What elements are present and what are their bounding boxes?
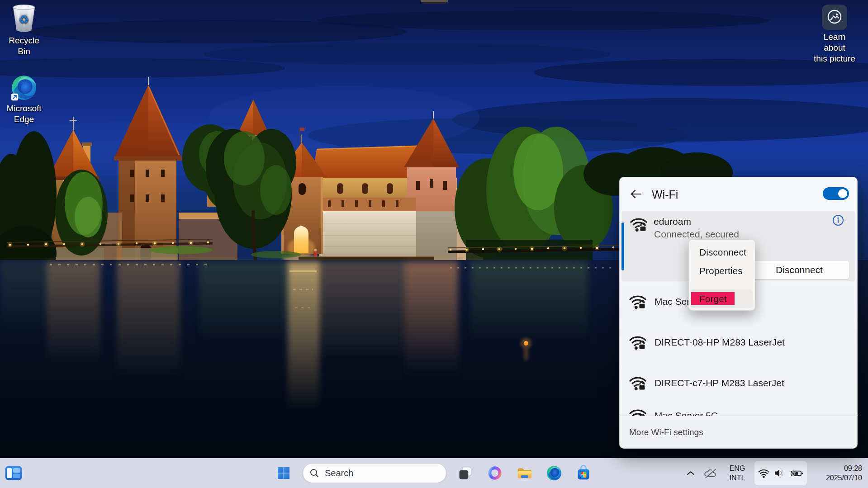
recycle-bin-icon: ♻: [11, 4, 37, 33]
more-wifi-settings-link[interactable]: More Wi-Fi settings: [629, 427, 703, 437]
wifi-network-row[interactable]: DIRECT-08-HP M283 LaserJet: [620, 322, 858, 363]
menu-item-properties[interactable]: Properties: [691, 261, 753, 280]
network-status: Connected, secured: [654, 229, 739, 240]
svg-text:♻: ♻: [19, 13, 29, 26]
top-center-window-sliver: [421, 0, 448, 4]
wifi-secured-icon: [628, 334, 647, 351]
panel-footer: More Wi-Fi settings: [620, 416, 858, 449]
menu-item-label: Forget: [691, 294, 727, 304]
wifi-secured-icon: [629, 216, 648, 232]
search-icon: [309, 468, 319, 478]
menu-item-label: Disconnect: [691, 247, 746, 257]
desktop-icon-label: Microsoft: [2, 103, 46, 114]
wifi-toggle[interactable]: [823, 187, 849, 200]
shortcut-arrow-icon: [11, 93, 19, 101]
microsoft-store-button[interactable]: [574, 464, 593, 482]
wifi-secured-icon: [628, 407, 647, 416]
wifi-network-name: DIRECT-c7-HP M283 LaserJet: [655, 377, 784, 389]
widgets-icon: [5, 465, 23, 481]
copilot-icon: [487, 465, 503, 481]
wifi-network-name: Mac Server 5G: [655, 409, 718, 416]
desktop-icon-label: this picture: [813, 53, 856, 64]
tray-overflow-button[interactable]: [684, 466, 697, 480]
windows-logo-icon: [277, 466, 290, 480]
panel-title: Wi-Fi: [652, 188, 678, 201]
desktop-icon-label: Recycle Bin: [2, 35, 46, 57]
disconnect-button[interactable]: Disconnect: [749, 261, 849, 280]
desktop-icon-recycle-bin[interactable]: ♻ Recycle Bin: [2, 4, 46, 57]
taskbar-search-box[interactable]: [303, 463, 446, 483]
network-name: eduroam: [654, 216, 691, 227]
task-view-icon: [457, 465, 474, 481]
onedrive-offline-icon: [703, 468, 718, 479]
edge-logo-icon: [546, 465, 562, 481]
wifi-tray-icon: [758, 468, 770, 479]
menu-item-label: Properties: [691, 265, 743, 276]
battery-charging-icon: [790, 469, 804, 478]
chevron-up-icon: [686, 470, 695, 476]
info-icon: [832, 214, 844, 227]
date-label: 2025/07/10: [808, 473, 862, 483]
edge-browser-button[interactable]: [544, 464, 564, 482]
menu-item-forget[interactable]: Forget: [691, 289, 753, 308]
file-explorer-button[interactable]: [515, 464, 535, 482]
taskbar: ENG INTL 09:28 2025/07/10: [0, 458, 868, 488]
selection-accent-bar: [621, 223, 624, 270]
volume-icon: [774, 468, 786, 478]
clock[interactable]: 09:28 2025/07/10: [808, 464, 862, 483]
wifi-network-row[interactable]: Mac Server 5G: [620, 396, 858, 416]
picture-info-icon: [822, 5, 847, 30]
back-arrow-icon: [630, 189, 642, 199]
wifi-flyout-panel: Wi-Fi eduroam Connected, secured Disconn…: [619, 177, 858, 449]
network-info-button[interactable]: [831, 213, 845, 227]
back-button[interactable]: [627, 185, 645, 203]
desktop-icon-label: Learn about: [813, 32, 856, 53]
wifi-network-name: DIRECT-08-HP M283 LaserJet: [655, 336, 785, 349]
copilot-button[interactable]: [485, 464, 505, 482]
desktop-icon-microsoft-edge[interactable]: Microsoft Edge: [2, 74, 46, 125]
desktop: ♻ Recycle Bin Microsoft Edge Learn about…: [0, 0, 868, 488]
wifi-secured-icon: [628, 294, 647, 310]
task-view-button[interactable]: [455, 464, 475, 482]
language-line: ENG: [726, 464, 749, 473]
toggle-knob: [838, 189, 847, 198]
wifi-secured-icon: [628, 375, 647, 391]
time-label: 09:28: [808, 464, 862, 473]
microsoft-store-icon: [575, 464, 592, 482]
widgets-button[interactable]: [4, 464, 24, 482]
onedrive-tray-button[interactable]: [702, 467, 719, 480]
desktop-icon-learn-about-picture[interactable]: Learn about this picture: [813, 5, 856, 64]
menu-item-disconnect[interactable]: Disconnect: [691, 243, 753, 261]
network-context-menu: Disconnect Properties Forget: [688, 239, 755, 311]
file-explorer-icon: [516, 464, 533, 482]
desktop-icon-label: Edge: [2, 114, 46, 125]
language-line: INTL: [726, 473, 749, 483]
language-indicator[interactable]: ENG INTL: [726, 464, 749, 483]
quick-settings-button[interactable]: [754, 461, 807, 485]
disconnect-button-label: Disconnect: [776, 265, 823, 275]
start-button[interactable]: [274, 464, 294, 482]
search-input[interactable]: [324, 468, 425, 479]
